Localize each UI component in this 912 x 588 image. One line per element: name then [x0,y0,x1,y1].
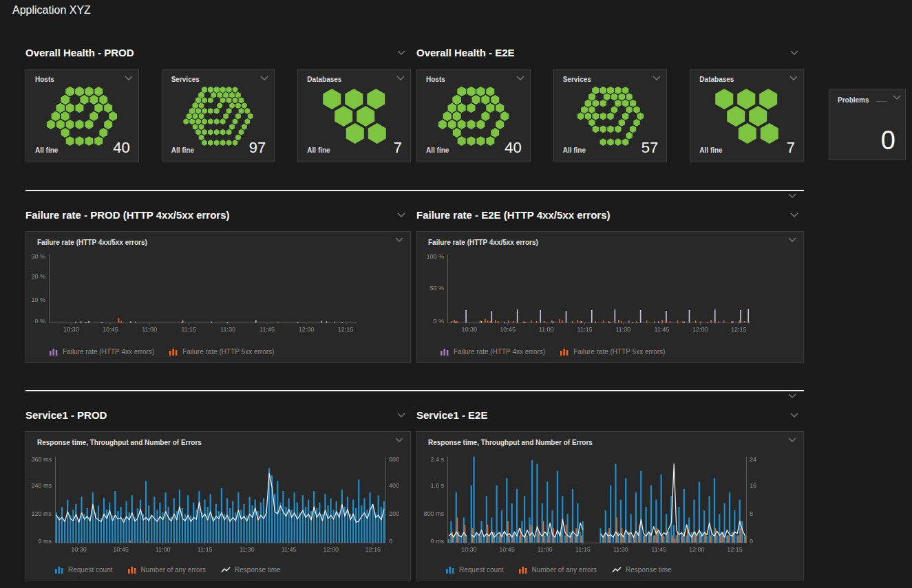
legend-item[interactable]: Number of any errors [128,565,206,574]
section-failure-prod: Failure rate - PROD (HTTP 4xx/5xx errors… [25,206,411,363]
svg-text:11:30: 11:30 [240,546,255,553]
chart-tile-failure-e2e[interactable]: Failure rate (HTTP 4xx/5xx errors) 100 %… [416,231,804,363]
svg-text:12:00: 12:00 [323,546,339,553]
chart-canvas[interactable]: 100 %50 %0 %10:3010:4511:0011:1511:3011:… [417,254,803,335]
svg-text:10:30: 10:30 [71,546,87,553]
dashboard-content: Overall Health - PROD HostsAll fine40Ser… [25,44,908,580]
svg-text:0: 0 [389,538,392,545]
honeycomb-chart[interactable] [298,86,410,146]
chevron-down-icon[interactable] [395,437,403,442]
health-tile-hosts[interactable]: HostsAll fine40 [25,69,139,162]
svg-text:400: 400 [389,482,399,489]
tile-title: Services [563,76,591,83]
honeycomb-chart[interactable] [554,86,667,146]
svg-text:16: 16 [750,482,756,489]
svg-text:11:00: 11:00 [539,326,554,333]
health-tile-services[interactable]: ServicesAll fine97 [162,69,275,162]
svg-text:0: 0 [750,538,753,545]
chart-title: Response time, Throughput and Number of … [37,439,202,446]
svg-text:11:30: 11:30 [615,326,630,333]
svg-text:10 %: 10 % [31,296,45,303]
chevron-down-icon[interactable] [397,413,405,417]
chevron-down-icon[interactable] [790,413,798,417]
svg-text:10:30: 10:30 [461,326,477,333]
chevron-down-icon[interactable] [260,76,268,80]
chevron-down-icon[interactable] [397,50,405,55]
chart-tile-service-prod[interactable]: Response time, Throughput and Number of … [25,431,411,580]
chart-canvas[interactable]: 30 %20 %10 %0 %10:3010:4511:0011:1511:30… [26,254,410,335]
status-label: All fine [563,146,586,157]
legend-item[interactable]: Failure rate (HTTP 5xx errors) [169,347,274,356]
chevron-down-icon[interactable] [516,76,524,80]
health-tile-databases[interactable]: DatabasesAll fine7 [297,69,411,162]
health-tile-services[interactable]: ServicesAll fine57 [553,69,668,162]
legend-item[interactable]: Request count [55,565,113,574]
chevron-down-icon[interactable] [790,213,798,217]
honeycomb-chart[interactable] [690,86,803,146]
legend-item[interactable]: Failure rate (HTTP 4xx errors) [50,347,154,356]
bar-icon [560,347,569,356]
svg-text:10:30: 10:30 [461,546,477,553]
chevron-down-icon[interactable] [653,76,661,80]
legend-label: Failure rate (HTTP 4xx errors) [454,348,545,356]
legend-item[interactable]: Response time [221,566,281,574]
chart-title: Failure rate (HTTP 4xx/5xx errors) [428,239,538,246]
svg-text:2.4 s: 2.4 s [430,457,444,463]
svg-text:12:15: 12:15 [338,326,354,333]
failure-rate-prod-chart[interactable]: 30 %20 %10 %0 %10:3010:4511:0011:1511:30… [26,254,410,338]
svg-text:0 ms: 0 ms [430,538,444,545]
svg-text:200: 200 [389,510,399,517]
chevron-down-icon[interactable] [125,76,133,80]
legend-item[interactable]: Number of any errors [519,565,597,574]
chevron-down-icon[interactable] [788,393,796,398]
failure-row: Failure rate - PROD (HTTP 4xx/5xx errors… [25,206,908,363]
chevron-down-icon[interactable] [788,193,796,198]
hexagon-grid [559,86,662,146]
svg-text:0 %: 0 % [433,318,444,325]
section-service-e2e: Service1 - E2E Response time, Throughput… [416,406,804,580]
health-row: Overall Health - PROD HostsAll fine40Ser… [25,44,908,162]
section-title-failure-prod: Failure rate - PROD (HTTP 4xx/5xx errors… [25,206,411,224]
section-service-prod: Service1 - PROD Response time, Throughpu… [25,406,411,580]
chevron-down-icon[interactable] [788,237,796,242]
chevron-down-icon[interactable] [395,237,403,242]
service-prod-chart[interactable]: 360 ms240 ms120 ms0 ms600400200010:3010:… [26,457,410,558]
bar-icon [446,565,455,574]
svg-text:11:15: 11:15 [198,546,213,553]
legend-label: Request count [459,566,504,574]
svg-text:1.6 s: 1.6 s [430,482,444,489]
chevron-down-icon[interactable] [789,76,798,80]
legend-label: Failure rate (HTTP 5xx errors) [182,348,274,356]
legend-item[interactable]: Response time [612,566,672,574]
svg-text:11:30: 11:30 [613,546,628,553]
health-tiles-e2e: HostsAll fine40ServicesAll fine57Databas… [416,69,804,162]
chevron-down-icon[interactable] [788,437,796,442]
svg-text:0 %: 0 % [34,318,45,325]
legend-item[interactable]: Failure rate (HTTP 4xx errors) [441,347,545,356]
honeycomb-chart[interactable] [162,86,275,146]
honeycomb-chart[interactable] [417,86,530,146]
service-e2e-chart[interactable]: 2.4 s1.6 s800 ms0 ms24168010:3010:4511:0… [417,457,803,558]
problems-tile[interactable]: Problems 0 [829,89,906,160]
health-tile-hosts[interactable]: HostsAll fine40 [416,69,531,162]
chart-tile-failure-prod[interactable]: Failure rate (HTTP 4xx/5xx errors) 30 %2… [25,231,411,363]
chart-tile-service-e2e[interactable]: Response time, Throughput and Number of … [416,431,804,580]
honeycomb-chart[interactable] [26,86,138,146]
chart-canvas[interactable]: 2.4 s1.6 s800 ms0 ms24168010:3010:4511:0… [417,457,803,555]
chart-canvas[interactable]: 360 ms240 ms120 ms0 ms600400200010:3010:… [26,457,410,555]
svg-text:240 ms: 240 ms [31,482,52,489]
status-label: All fine [171,146,194,157]
legend-item[interactable]: Failure rate (HTTP 5xx errors) [560,347,665,356]
section-title-service-prod: Service1 - PROD [25,406,411,424]
bar-icon [519,565,528,574]
legend-item[interactable]: Request count [446,565,504,574]
chevron-down-icon[interactable] [893,95,901,100]
section-failure-e2e: Failure rate - E2E (HTTP 4xx/5xx errors)… [416,206,804,363]
chevron-down-icon[interactable] [397,213,405,217]
chevron-down-icon[interactable] [790,50,798,55]
chevron-down-icon[interactable] [396,76,405,80]
health-tile-databases[interactable]: DatabasesAll fine7 [690,69,804,162]
svg-text:11:45: 11:45 [259,326,275,333]
failure-rate-e2e-chart[interactable]: 100 %50 %0 %10:3010:4511:0011:1511:3011:… [417,254,803,338]
tile-title: Databases [699,76,734,83]
